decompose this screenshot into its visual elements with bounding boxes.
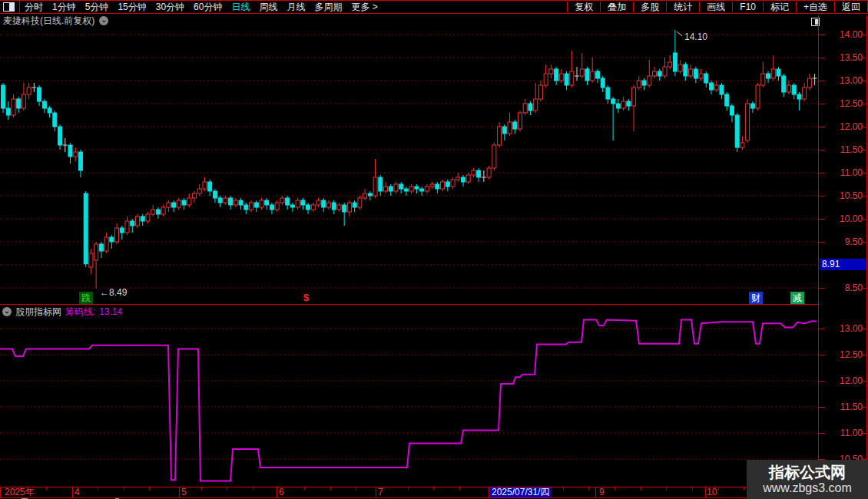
toolbar-period-item[interactable]: 30分钟 xyxy=(156,1,184,14)
price-label: 12.00 xyxy=(819,121,863,132)
toolbar-period-item[interactable]: 月线 xyxy=(287,1,305,14)
toolbar-tool-item[interactable]: 画线 xyxy=(699,2,732,12)
axis-tick xyxy=(819,355,825,355)
axis-tick xyxy=(819,433,825,434)
price-label: 13.00 xyxy=(819,323,863,334)
toolbar-tool-item[interactable]: F10 xyxy=(732,2,763,12)
axis-tick xyxy=(862,173,866,173)
period-toolbar: 分时1分钟5分钟15分钟30分钟60分钟日线周线月线多周期更多 > xyxy=(20,1,383,14)
toolbar-tool-item[interactable]: 返回 xyxy=(834,2,868,12)
month-boundary-tick xyxy=(0,487,1,497)
week-tick xyxy=(227,487,227,491)
toolbar-period-item[interactable]: 周线 xyxy=(259,1,277,14)
week-tick xyxy=(330,487,331,491)
week-tick xyxy=(615,487,615,491)
axis-tick xyxy=(819,242,825,243)
axis-tick xyxy=(862,329,866,329)
month-label: 10 xyxy=(707,487,717,497)
price-label: 11.00 xyxy=(819,428,863,438)
axis-tick xyxy=(862,81,866,81)
axis-tick xyxy=(862,407,866,408)
chevron-down-icon[interactable]: ⌄ xyxy=(99,16,108,25)
top-menubar: 分时1分钟5分钟15分钟30分钟60分钟日线周线月线多周期更多 > 复权叠加多股… xyxy=(0,0,868,14)
price-label: 12.50 xyxy=(819,98,863,109)
week-tick xyxy=(253,487,253,491)
toolbar-period-item[interactable]: 1分钟 xyxy=(52,1,76,14)
last-price-tag: 8.91 xyxy=(820,259,866,270)
candlestick-chart[interactable]: 14.10←8.49 xyxy=(0,28,818,305)
month-boundary-tick xyxy=(705,487,706,497)
fall-badge: 跌 xyxy=(79,292,93,304)
week-tick xyxy=(666,487,667,491)
watermark-url: www.zbgs3.com xyxy=(763,481,852,495)
axis-tick xyxy=(862,288,866,289)
axis-tick xyxy=(862,127,866,127)
watermark: 指标公式网 www.zbgs3.com xyxy=(747,460,868,499)
toolbar-period-item[interactable]: 5分钟 xyxy=(85,1,109,14)
axis-tick xyxy=(862,196,866,197)
chart-titlebar: 麦捷科技(日线.前复权) ⌄ xyxy=(3,15,108,27)
price-label: 12.50 xyxy=(819,349,863,360)
month-boundary-tick xyxy=(72,487,73,497)
axis-tick xyxy=(819,381,825,382)
axis-tick xyxy=(819,173,825,173)
week-tick xyxy=(201,487,202,491)
watermark-title: 指标公式网 xyxy=(769,464,846,481)
price-label: 10.50 xyxy=(819,190,863,201)
toolbar-tool-item[interactable]: 叠加 xyxy=(600,2,633,12)
toolbar-period-item[interactable]: 多周期 xyxy=(314,1,342,14)
toolbar-period-item[interactable]: 日线 xyxy=(231,1,250,14)
axis-tick xyxy=(862,150,866,150)
axis-tick xyxy=(862,381,866,382)
price-label: 11.00 xyxy=(819,167,863,178)
week-tick xyxy=(588,487,589,491)
toolbar-tool-item[interactable]: 统计 xyxy=(666,2,699,12)
price-label: 14.00 xyxy=(819,29,863,40)
axis-tick xyxy=(862,104,866,104)
toolbar-tool-item[interactable]: +自选 xyxy=(796,2,834,12)
month-label: 7 xyxy=(378,487,383,497)
toolbar-tool-item[interactable]: 复权 xyxy=(567,2,600,12)
price-label: 9.50 xyxy=(819,236,863,247)
month-label: 5 xyxy=(181,487,187,497)
toolbar-period-item[interactable]: 分时 xyxy=(25,1,43,14)
indicator-chart[interactable] xyxy=(0,319,818,486)
month-boundary-tick xyxy=(277,487,277,497)
month-label: 4 xyxy=(75,487,80,497)
price-label: 10.00 xyxy=(819,213,863,224)
axis-right-border xyxy=(866,15,867,498)
week-tick xyxy=(408,487,409,491)
axis-tick xyxy=(862,242,866,243)
axis-tick xyxy=(819,104,825,104)
week-tick xyxy=(744,487,744,491)
dividend-marker: $ xyxy=(303,292,309,304)
week-tick xyxy=(98,487,98,491)
axis-tick xyxy=(819,219,825,220)
axis-tick xyxy=(819,196,825,197)
week-tick xyxy=(149,487,150,491)
toolbar-period-item[interactable]: 15分钟 xyxy=(118,1,146,14)
report-badge: 财 xyxy=(749,292,763,304)
app-window-icon[interactable] xyxy=(0,1,20,13)
toolbar-period-item[interactable]: 60分钟 xyxy=(194,1,222,14)
chevron-down-icon[interactable]: ⌄ xyxy=(2,307,12,316)
price-label: 12.00 xyxy=(819,375,863,386)
date-axis[interactable]: 2025年45679102025/07/31/四 xyxy=(0,487,868,498)
axis-tick xyxy=(862,58,866,58)
svg-text:14.10: 14.10 xyxy=(684,31,707,42)
trading-app: { "toolbar": { "left_items": ["分时","1分钟"… xyxy=(0,0,868,499)
indicator-name: 筹码线: xyxy=(65,306,95,319)
price-axis: 8.91 14.0013.5013.0012.5012.0011.5011.00… xyxy=(818,15,868,498)
week-tick xyxy=(304,487,305,491)
axis-tick xyxy=(819,81,825,81)
svg-text:←8.49: ←8.49 xyxy=(100,287,128,298)
toolbar-tool-item[interactable]: 标记 xyxy=(763,2,796,12)
toolbar-period-item[interactable]: 更多 > xyxy=(351,1,377,14)
toolbar-tool-item[interactable]: 多股 xyxy=(633,2,666,12)
month-boundary-tick xyxy=(595,487,596,497)
indicator-value: 13.14 xyxy=(99,306,122,317)
axis-tick xyxy=(819,150,825,150)
stock-title: 麦捷科技(日线.前复权) xyxy=(3,15,94,28)
axis-tick xyxy=(862,35,866,35)
axis-tick xyxy=(819,288,825,289)
